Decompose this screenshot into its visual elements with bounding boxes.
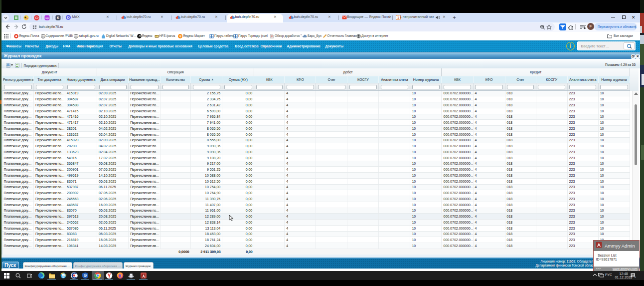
svg-text:wp: wp bbox=[45, 16, 49, 19]
svg-text:K: K bbox=[57, 16, 59, 19]
svg-text:76: 76 bbox=[634, 276, 636, 278]
svg-text:1: 1 bbox=[397, 15, 399, 19]
